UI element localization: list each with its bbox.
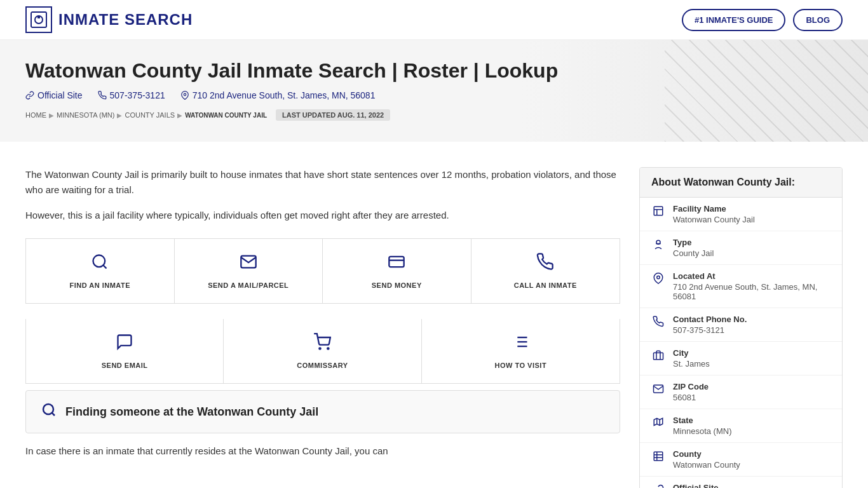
find-search-icon [41,402,57,421]
right-sidebar: About Watonwan County Jail: Facility Nam… [639,167,843,488]
left-column: The Watonwan County Jail is primarily bu… [25,167,620,459]
phone-value: 507-375-3121 [673,325,747,335]
action-call-inmate[interactable]: CALL AN INMATE [471,239,620,303]
find-section: Finding someone at the Watonwan County J… [25,390,620,433]
facility-name-value: Watonwan County Jail [673,215,755,224]
svg-rect-18 [654,207,663,215]
sidebar-facility-name: Facility Name Watonwan County Jail [640,198,842,231]
type-label: Type [673,238,714,247]
action-send-email[interactable]: SEND EMAIL [26,319,224,383]
guide-button[interactable]: #1 INMATE'S GUIDE [682,9,785,31]
official-site-label: Official Site [673,483,719,488]
search-icon [91,253,109,275]
action-call-inmate-label: CALL AN INMATE [514,281,577,289]
logo-icon [25,6,52,33]
action-send-mail-label: SEND A MAIL/PARCEL [208,281,288,289]
svg-line-5 [104,265,107,268]
breadcrumb-home[interactable]: HOME [25,111,46,119]
state-icon [651,417,665,431]
sidebar-city: City St. James [640,342,842,376]
state-value: Minnesota (MN) [673,426,731,436]
breadcrumb-state[interactable]: MINNESOTA (MN) [57,111,114,119]
description-section: The Watonwan County Jail is primarily bu… [25,167,620,223]
logo-area: INMATE SEARCH [25,6,193,33]
official-site-icon [651,484,665,488]
visit-icon [512,333,529,355]
svg-line-17 [52,413,55,416]
mail-icon [240,253,257,275]
svg-rect-26 [654,452,663,461]
find-description: In case there is an inmate that currentl… [25,444,620,459]
svg-rect-2 [37,16,40,18]
sidebar-located-at: Located At 710 2nd Avenue South, St. Jam… [640,265,842,308]
action-commissary[interactable]: COMMISSARY [224,319,421,383]
sidebar-county: County Watonwan County [640,443,842,477]
state-label: State [673,416,731,425]
action-send-money-label: SEND MONEY [372,281,422,289]
money-icon [388,253,405,275]
cart-icon [313,333,331,355]
zip-value: 56081 [673,393,709,402]
logo-title: INMATE SEARCH [58,11,193,29]
location-icon [651,273,665,287]
action-find-inmate-label: FIND AN INMATE [69,281,130,289]
blog-button[interactable]: BLOG [793,9,843,31]
svg-point-16 [43,404,53,414]
action-commissary-label: COMMISSARY [297,362,348,369]
find-heading: Finding someone at the Watonwan County J… [65,405,318,419]
svg-rect-6 [390,257,404,267]
contact-phone-icon [651,316,665,330]
email-icon [116,333,133,355]
phone-link[interactable]: 507-375-3121 [98,90,165,100]
svg-point-8 [320,348,321,349]
zip-icon [651,383,665,398]
county-icon [651,451,665,465]
county-label: County [673,449,740,459]
sidebar-official-site[interactable]: Official Site [640,477,842,488]
main-content: The Watonwan County Jail is primarily bu… [0,142,868,488]
phone-label: Contact Phone No. [673,315,747,324]
sidebar-zip: ZIP Code 56081 [640,376,842,409]
action-send-money[interactable]: SEND MONEY [323,239,471,303]
svg-rect-0 [31,12,46,27]
located-at-value: 710 2nd Avenue South, St. James, MN, 560… [673,282,831,301]
action-grid-bottom: SEND EMAIL COMMISSARY HOW TO VISIT [25,319,620,384]
svg-point-3 [184,93,186,96]
phone-icon [536,253,554,275]
action-find-inmate[interactable]: FIND AN INMATE [26,239,175,303]
action-how-to-visit-label: HOW TO VISIT [495,362,547,369]
official-site-link[interactable]: Official Site [25,90,83,100]
city-label: City [673,348,710,358]
facility-name-label: Facility Name [673,204,755,214]
sidebar-state: State Minnesota (MN) [640,409,842,443]
located-at-label: Located At [673,271,831,281]
type-value: County Jail [673,248,714,258]
svg-point-9 [328,348,329,349]
action-send-email-label: SEND EMAIL [102,362,148,369]
action-send-mail[interactable]: SEND A MAIL/PARCEL [175,239,323,303]
building-icon [651,205,665,220]
sidebar-phone: Contact Phone No. 507-375-3121 [640,308,842,342]
svg-marker-23 [654,418,663,425]
svg-rect-22 [654,353,663,360]
action-how-to-visit[interactable]: HOW TO VISIT [422,319,620,383]
zip-label: ZIP Code [673,382,709,391]
breadcrumb-category[interactable]: COUNTY JAILS [125,111,175,119]
hero-bg [665,40,868,142]
address-meta: 710 2nd Avenue South, St. James, MN, 560… [180,90,376,100]
svg-point-21 [657,276,660,279]
last-updated-badge: LAST UPDATED AUG. 11, 2022 [276,109,390,121]
type-icon [651,239,665,254]
action-grid-top: FIND AN INMATE SEND A MAIL/PARCEL SEND M… [25,238,620,304]
city-value: St. James [673,359,710,369]
county-value: Watonwan County [673,460,740,470]
breadcrumb-current: WATONWAN COUNTY JAIL [185,112,267,119]
sidebar-card: About Watonwan County Jail: Facility Nam… [639,167,843,488]
hero-section: Watonwan County Jail Inmate Search | Ros… [0,40,868,142]
header: INMATE SEARCH #1 INMATE'S GUIDE BLOG [0,0,868,40]
description-para1: The Watonwan County Jail is primarily bu… [25,167,620,198]
header-nav: #1 INMATE'S GUIDE BLOG [682,9,843,31]
svg-point-4 [93,255,105,268]
description-para2: However, this is a jail facility where t… [25,208,620,223]
sidebar-card-title: About Watonwan County Jail: [640,168,842,198]
